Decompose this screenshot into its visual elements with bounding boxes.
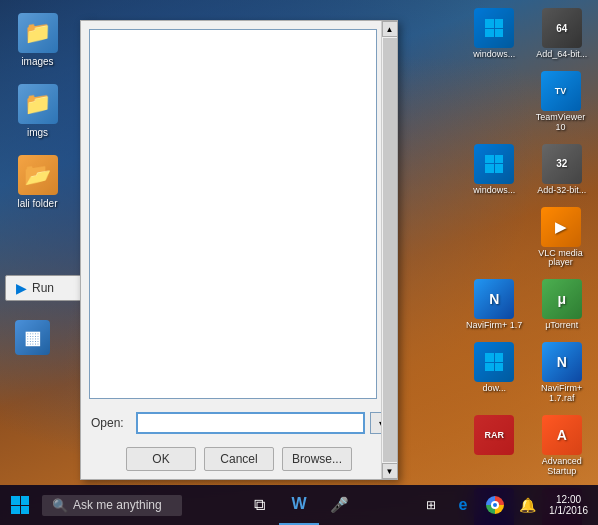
- tray-notification-button[interactable]: 🔔: [512, 485, 542, 525]
- icons-row-5: N NaviFirm+ 1.7 μ μTorrent: [463, 276, 593, 334]
- winrar-icon: RAR: [474, 415, 514, 455]
- chrome-icon: [486, 496, 504, 514]
- windows3-icon: [474, 342, 514, 382]
- run-label-text: Run: [32, 281, 54, 295]
- desktop-icon-advanced[interactable]: A Advanced Startup: [531, 412, 594, 480]
- teamviewer-label: TeamViewer 10: [531, 113, 590, 133]
- icons-row-4: ▶ VLC media player: [463, 204, 593, 272]
- open-label: Open:: [91, 416, 131, 430]
- desktop-icon-windows2[interactable]: windows...: [463, 141, 526, 199]
- vlc-label: VLC media player: [531, 249, 590, 269]
- advanced-icon: A: [542, 415, 582, 455]
- windows1-label: windows...: [473, 50, 515, 60]
- advanced-label: Advanced Startup: [534, 457, 591, 477]
- run-icon: ▶: [16, 280, 27, 296]
- taskbar-middle: ⧉ W 🎤: [182, 485, 416, 525]
- taskbar: 🔍 Ask me anything ⧉ W 🎤 ⊞: [0, 485, 598, 525]
- lali-folder-icon: 📂: [18, 155, 58, 195]
- desktop-icon-windows3[interactable]: dow...: [463, 339, 526, 407]
- dialog-content-area: [89, 29, 377, 399]
- edge-icon: e: [459, 496, 468, 514]
- icons-row-1: windows... 64 Add_64-bit...: [463, 5, 593, 63]
- dialog-buttons-row: OK Cancel Browse...: [81, 439, 397, 479]
- desktop-icon-lali[interactable]: 📂 lali folder: [5, 152, 70, 213]
- tray-edge-button[interactable]: e: [448, 485, 478, 525]
- navifirm1-label: NaviFirm+ 1.7: [466, 321, 522, 331]
- clock-time: 12:00: [556, 494, 581, 505]
- windows2-icon: [474, 144, 514, 184]
- tray-windows-icon[interactable]: ⊞: [416, 485, 446, 525]
- open-input[interactable]: [136, 412, 365, 434]
- ok-button[interactable]: OK: [126, 447, 196, 471]
- clock-date: 1/1/2016: [549, 505, 588, 516]
- lali-folder-label: lali folder: [17, 198, 57, 210]
- dialog-scrollbar[interactable]: ▲ ▼: [381, 21, 397, 479]
- tray-windows-symbol: ⊞: [426, 498, 436, 512]
- scroll-down-arrow[interactable]: ▼: [382, 463, 398, 479]
- icons-row-3: windows... 32 Add-32-bit...: [463, 141, 593, 199]
- imgs-folder-label: imgs: [27, 127, 48, 139]
- desktop-icon-add32[interactable]: 32 Add-32-bit...: [531, 141, 594, 199]
- desktop-icons-left: 📁 images 📁 imgs 📂 lali folder: [0, 0, 75, 223]
- search-icon: 🔍: [52, 498, 68, 513]
- windows3-label: dow...: [482, 384, 506, 394]
- teamviewer-icon: TV: [541, 71, 581, 111]
- taskbar-search[interactable]: 🔍 Ask me anything: [42, 495, 182, 516]
- desktop-icons-right: windows... 64 Add_64-bit... TV TeamViewe…: [458, 0, 598, 525]
- mic-icon: 🎤: [330, 496, 349, 514]
- add64-label: Add_64-bit...: [536, 50, 587, 60]
- vlc-icon: ▶: [541, 207, 581, 247]
- taskbar-clock[interactable]: 12:00 1/1/2016: [544, 494, 593, 516]
- run-menu-item[interactable]: ▶ Run: [5, 275, 85, 301]
- task-view-icon: ⧉: [254, 496, 265, 514]
- task-view-button[interactable]: ⧉: [239, 485, 279, 525]
- desktop-icon-vlc[interactable]: ▶ VLC media player: [528, 204, 593, 272]
- search-label: Ask me anything: [73, 498, 162, 512]
- desktop-icon-imgs[interactable]: 📁 imgs: [5, 81, 70, 142]
- windows-logo-icon: [11, 496, 29, 514]
- desktop-icon-images[interactable]: 📁 images: [5, 10, 70, 71]
- scroll-up-arrow[interactable]: ▲: [382, 21, 398, 37]
- run-dialog-window: ▲ ▼ Open: ▾ OK Cancel Browse...: [80, 20, 398, 480]
- icons-row-7: RAR A Advanced Startup: [463, 412, 593, 480]
- notification-icon: 🔔: [519, 497, 536, 513]
- images-folder-icon: 📁: [18, 13, 58, 53]
- add32-label: Add-32-bit...: [537, 186, 586, 196]
- navifirm1-icon: N: [474, 279, 514, 319]
- desktop-icon-utorrent[interactable]: μ μTorrent: [531, 276, 594, 334]
- windows2-label: windows...: [473, 186, 515, 196]
- run-app-icon: ▦: [15, 320, 50, 355]
- navifirm2-label: NaviFirm+ 1.7.raf: [534, 384, 591, 404]
- cancel-button[interactable]: Cancel: [204, 447, 274, 471]
- windows1-icon: [474, 8, 514, 48]
- add64-icon: 64: [542, 8, 582, 48]
- taskbar-w-icon[interactable]: W: [279, 485, 319, 525]
- add32-icon: 32: [542, 144, 582, 184]
- navifirm2-icon: N: [542, 342, 582, 382]
- tray-chrome-button[interactable]: [480, 485, 510, 525]
- desktop-icon-teamviewer[interactable]: TV TeamViewer 10: [528, 68, 593, 136]
- start-button[interactable]: [0, 485, 40, 525]
- utorrent-label: μTorrent: [545, 321, 578, 331]
- icons-row-2: TV TeamViewer 10: [463, 68, 593, 136]
- utorrent-icon: μ: [542, 279, 582, 319]
- w-icon: W: [291, 495, 306, 513]
- imgs-folder-icon: 📁: [18, 84, 58, 124]
- desktop-icon-winrar[interactable]: RAR: [463, 412, 526, 480]
- desktop-icon-navifirm1[interactable]: N NaviFirm+ 1.7: [463, 276, 526, 334]
- desktop-icon-add64[interactable]: 64 Add_64-bit...: [531, 5, 594, 63]
- desktop-icon-windows1[interactable]: windows...: [463, 5, 526, 63]
- dialog-open-row: Open: ▾: [81, 407, 397, 439]
- desktop-icon-navifirm2[interactable]: N NaviFirm+ 1.7.raf: [531, 339, 594, 407]
- images-folder-label: images: [21, 56, 53, 68]
- taskbar-tray: ⊞ e 🔔 12:00 1/1/2016: [416, 485, 598, 525]
- taskbar-mic-button[interactable]: 🎤: [319, 485, 359, 525]
- browse-button[interactable]: Browse...: [282, 447, 352, 471]
- scroll-thumb[interactable]: [383, 38, 397, 462]
- icons-row-6: dow... N NaviFirm+ 1.7.raf: [463, 339, 593, 407]
